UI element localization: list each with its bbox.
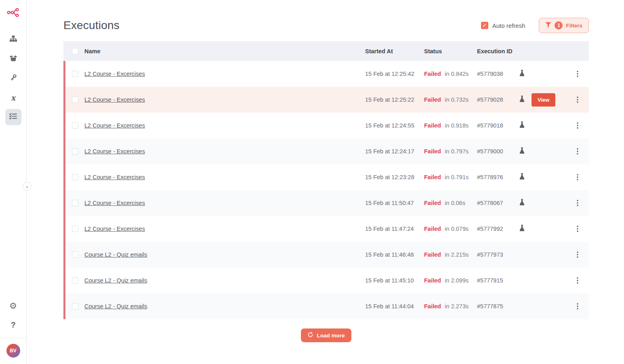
row-menu-dots-icon[interactable] [573,301,582,311]
row-checkbox[interactable] [72,200,78,206]
n8n-logo-icon[interactable] [7,6,20,20]
row-checkbox[interactable] [72,174,78,180]
row-checkbox[interactable] [72,122,78,129]
refresh-icon [307,332,313,339]
execution-name-link[interactable]: L2 Course - Excercises [84,122,145,129]
table-row[interactable]: L2 Course - Excercises 15 Feb at 12:25:2… [63,87,589,113]
started-at-cell: 15 Feb at 11:50:47 [365,200,424,206]
execution-id-cell: #5778067 [477,200,519,206]
auto-refresh-checkbox[interactable]: ✓ Auto refresh [481,22,525,29]
view-button[interactable]: View [532,93,555,107]
row-checkbox[interactable] [72,148,78,155]
started-at-cell: 15 Feb at 12:25:22 [365,96,424,103]
table-row[interactable]: L2 Course - Excercises 15 Feb at 12:23:2… [63,164,589,190]
filters-button[interactable]: 1 Filters [539,18,589,33]
table-row[interactable]: Course L2 - Quiz emails 15 Feb at 11:44:… [63,293,589,319]
column-header-started-at: Started At [365,48,424,54]
execution-name-link[interactable]: L2 Course - Excercises [84,226,145,232]
status-failed-label: Failed [424,200,441,206]
row-menu-dots-icon[interactable] [573,146,582,156]
sidebar-item-credentials[interactable] [5,70,21,86]
status-cell: Failed in 0.079s [424,225,477,232]
row-menu-dots-icon[interactable] [573,276,582,285]
sidebar-item-templates[interactable] [5,51,21,67]
execution-id-cell: #5779028 [477,96,519,103]
sidebar-item-help[interactable]: ? [5,317,21,333]
table-row[interactable]: L2 Course - Excercises 15 Feb at 11:47:2… [63,216,589,242]
row-checkbox[interactable] [72,71,78,77]
sidebar-item-settings[interactable]: ⚙ [5,297,21,314]
table-row[interactable]: L2 Course - Excercises 15 Feb at 12:24:5… [63,113,589,138]
row-checkbox[interactable] [72,96,78,103]
execution-name-link[interactable]: Course L2 - Quiz emails [84,251,147,258]
column-header-status: Status [424,48,477,54]
table-row[interactable]: Course L2 - Quiz emails 15 Feb at 11:45:… [63,268,589,293]
row-menu-dots-icon[interactable] [573,250,582,259]
checkbox-checked-icon[interactable]: ✓ [481,22,488,29]
select-all-checkbox[interactable] [72,48,78,54]
status-duration: in 2.215s [445,251,469,258]
settings-gear-icon: ⚙ [9,301,17,310]
workflows-icon [10,36,17,44]
table-row[interactable]: L2 Course - Excercises 15 Feb at 12:25:4… [63,61,589,87]
row-checkbox[interactable] [72,251,78,258]
execution-id-cell: #5779038 [477,71,519,77]
auto-refresh-label: Auto refresh [492,22,525,29]
help-icon: ? [11,320,15,330]
table-row[interactable]: L2 Course - Excercises 15 Feb at 12:24:1… [63,138,589,164]
table-row[interactable]: Course L2 - Quiz emails 15 Feb at 11:46:… [63,242,589,268]
started-at-cell: 15 Feb at 11:46:48 [365,251,424,258]
status-cell: Failed in 0.918s [424,122,477,129]
status-duration: in 0.842s [445,71,469,77]
status-failed-label: Failed [424,71,441,77]
execution-id-cell: #5779000 [477,148,519,155]
execution-name-link[interactable]: L2 Course - Excercises [84,71,145,77]
row-checkbox[interactable] [72,226,78,232]
row-checkbox[interactable] [72,277,78,284]
page-header: Executions ✓ Auto refresh 1 Filters [27,0,624,33]
column-header-execution-id: Execution ID [477,48,519,54]
status-duration: in 0.732s [445,96,469,103]
funnel-icon [545,22,551,29]
execution-id-cell: #5777875 [477,303,519,310]
sidebar-item-workflows[interactable] [5,31,21,48]
row-menu-dots-icon[interactable] [573,121,582,130]
sidebar: x ⚙ ? BV [0,0,27,364]
sidebar-expand-button[interactable]: › [23,182,32,191]
status-cell: Failed in 0.732s [424,96,477,103]
retry-of-execution-icon [519,121,525,130]
execution-name-link[interactable]: Course L2 - Quiz emails [84,303,147,310]
execution-name-link[interactable]: Course L2 - Quiz emails [84,277,147,284]
execution-name-link[interactable]: L2 Course - Excercises [84,200,145,206]
retry-of-execution-icon [519,70,525,78]
started-at-cell: 15 Feb at 11:47:24 [365,226,424,232]
retry-of-execution-icon [519,173,525,181]
load-more-button[interactable]: Load more [301,328,351,342]
sidebar-item-variables[interactable]: x [5,90,21,106]
row-menu-dots-icon[interactable] [573,95,582,105]
status-duration: in 0.06s [445,200,465,206]
status-failed-label: Failed [424,303,441,310]
execution-name-link[interactable]: L2 Course - Excercises [84,148,145,155]
retry-of-execution-icon [519,147,525,155]
status-cell: Failed in 0.842s [424,70,477,77]
row-menu-dots-icon[interactable] [573,198,582,208]
status-duration: in 2.099s [445,277,469,284]
row-menu-dots-icon[interactable] [573,172,582,182]
started-at-cell: 15 Feb at 11:44:04 [365,303,424,310]
row-checkbox[interactable] [72,303,78,310]
sidebar-item-executions[interactable] [5,109,21,125]
row-menu-dots-icon[interactable] [573,224,582,234]
status-cell: Failed in 0.06s [424,199,477,207]
retry-of-execution-icon [519,225,525,233]
templates-icon [9,55,17,63]
row-menu-dots-icon[interactable] [573,69,582,79]
table-header-row: Name Started At Status Execution ID [63,41,589,61]
status-failed-label: Failed [424,226,441,232]
main-content: Executions ✓ Auto refresh 1 Filters [27,0,624,364]
execution-name-link[interactable]: L2 Course - Excercises [84,96,145,103]
avatar[interactable]: BV [6,344,20,358]
sidebar-divider [0,338,26,338]
table-row[interactable]: L2 Course - Excercises 15 Feb at 11:50:4… [63,190,589,216]
execution-name-link[interactable]: L2 Course - Excercises [84,174,145,180]
